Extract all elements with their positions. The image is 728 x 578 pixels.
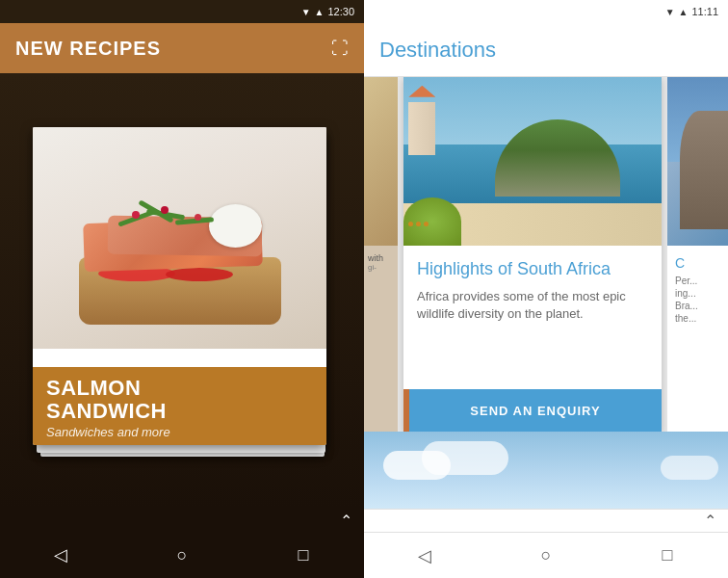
berry-3 [195,214,201,221]
destination-card-body: Highlights of South Africa Africa provid… [403,246,662,378]
recipe-subtitle: Sandwiches and more [46,425,313,439]
recipe-card-main[interactable]: SALMONSANDWICH Sandwiches and more [33,127,326,445]
partial-right-text: Per...ing...Bra...the... [675,275,720,325]
flower-dot-3 [424,222,429,226]
south-africa-scene [403,77,662,246]
destination-card-image [403,77,662,246]
berry-2 [161,206,169,214]
left-recents-button[interactable]: □ [279,532,327,578]
left-nav-bar: ◁ ○ □ [0,532,364,578]
flower-dots [408,222,429,226]
partial-left-text: with gi- [364,246,398,279]
partial-right-body: C Per...ing...Bra...the... [667,246,728,334]
right-status-bar: ▼ ▲ 11:11 [364,0,728,23]
send-enquiry-button[interactable]: SEND AN ENQUIRY [409,389,662,432]
sandwich-illustration [33,127,326,349]
destination-card-partial-right[interactable]: C Per...ing...Bra...the... [667,77,728,432]
building-left [408,102,435,155]
recipe-card-stack: SALMONSANDWICH Sandwiches and more [33,127,331,455]
destination-card-main[interactable]: Highlights of South Africa Africa provid… [403,77,662,432]
partial-left-image [364,77,398,246]
berry-1 [132,211,140,219]
recipe-card-image [33,127,326,349]
left-time: 12:30 [327,6,354,17]
right-bottom-bar: ⌃ [364,509,728,532]
left-toolbar-title: NEW RECIPES [15,38,161,60]
partial-right-image [667,77,728,246]
destinations-title: Destinations [379,38,496,63]
egg-layer [209,204,262,248]
destination-card-title: Highlights of South Africa [417,259,648,280]
right-recents-button[interactable]: □ [643,533,691,578]
pr-stone [680,111,728,229]
right-panel: ▼ ▲ 11:11 Destinations with gi- [364,0,728,578]
left-wifi-icon: ▲ [315,7,325,17]
right-time: 11:11 [691,6,718,17]
recipe-card-label: SALMONSANDWICH Sandwiches and more [33,367,326,445]
right-home-button[interactable]: ○ [522,533,570,578]
scroll-up-chevron[interactable]: ⌃ [340,512,352,530]
right-nav-bar: ◁ ○ □ [364,532,728,578]
right-status-icons: ▼ ▲ 11:11 [665,6,718,17]
partial-card-with: with [368,253,394,263]
partial-card-gi: gi- [368,263,394,272]
tomato-slice-2 [166,268,233,281]
destinations-scroll[interactable]: with gi- [364,77,728,432]
left-toolbar: NEW RECIPES ⛶ [0,23,364,73]
left-status-bar: ▼ ▲ 12:30 [0,0,364,23]
right-back-button[interactable]: ◁ [401,533,449,578]
flower-dot-1 [408,222,413,226]
left-bottom-bar: ⌃ [0,509,364,532]
flowers-vegetation [403,197,461,246]
left-status-icons: ▼ ▲ 12:30 [301,6,354,17]
left-back-button[interactable]: ◁ [37,532,85,578]
left-home-button[interactable]: ○ [158,532,206,578]
destination-card-partial-left[interactable]: with gi- [364,77,398,432]
right-signal-icon: ▼ [665,7,675,17]
expand-icon[interactable]: ⛶ [331,39,349,59]
flower-dot-2 [416,222,421,226]
left-content-area: SALMONSANDWICH Sandwiches and more [0,73,364,509]
cloud-2 [422,441,508,475]
destination-card-description: Africa provides some of the most epic wi… [417,288,648,323]
right-toolbar: Destinations [364,23,728,77]
right-content-area: with gi- [364,77,728,432]
cloud-3 [661,456,718,480]
left-panel: ▼ ▲ 12:30 NEW RECIPES ⛶ [0,0,364,578]
right-scroll-chevron[interactable]: ⌃ [704,512,716,530]
destination-card-actions: SEND AN ENQUIRY [403,389,662,432]
right-bottom-image-strip [364,432,728,509]
partial-right-title: C [675,255,720,271]
right-wifi-icon: ▲ [679,7,689,17]
recipe-title: SALMONSANDWICH [46,377,313,423]
left-signal-icon: ▼ [301,7,311,17]
